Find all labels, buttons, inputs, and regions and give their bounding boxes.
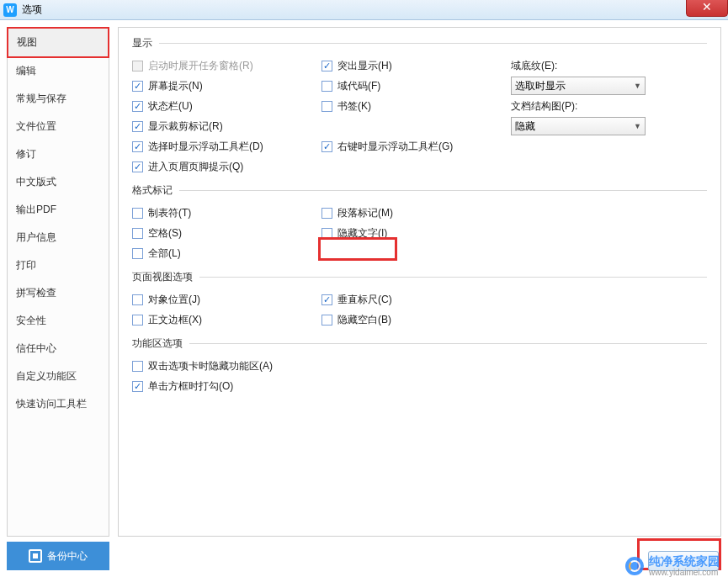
label-all: 全部(L): [148, 246, 181, 261]
section-page-view-legend: 页面视图选项: [132, 270, 199, 284]
watermark-title: 纯净系统家园: [649, 555, 720, 568]
checkbox-object-position[interactable]: [132, 294, 143, 305]
sidebar-item-spellcheck[interactable]: 拼写检查: [8, 279, 109, 307]
checkbox-dblclick-hide-ribbon[interactable]: [132, 361, 143, 372]
label-hide-blank: 隐藏空白(B): [337, 313, 391, 327]
section-page-view: 页面视图选项 对象位置(J) 正文边框(X) 垂直标尺(C) 隐藏空白(B): [132, 270, 707, 330]
label-spaces: 空格(S): [148, 226, 182, 241]
backup-center-button[interactable]: 备份中心: [7, 542, 109, 570]
chevron-down-icon: ▼: [634, 82, 641, 90]
sidebar-item-chinese-layout[interactable]: 中文版式: [8, 168, 109, 196]
combo-doc-map[interactable]: 隐藏▼: [511, 117, 646, 135]
sidebar-item-quick-access[interactable]: 快速访问工具栏: [8, 390, 109, 418]
combo-doc-map-value: 隐藏: [515, 119, 535, 134]
section-display: 显示 启动时展开任务窗格(R) 屏幕提示(N) 状态栏(U) 显示裁剪标记(R)…: [132, 36, 707, 177]
checkbox-paragraph-marks[interactable]: [321, 208, 332, 219]
label-field-shading: 域底纹(E):: [511, 59, 557, 73]
sidebar-item-file-locations[interactable]: 文件位置: [8, 113, 109, 140]
content-panel: 显示 启动时展开任务窗格(R) 屏幕提示(N) 状态栏(U) 显示裁剪标记(R)…: [118, 27, 721, 537]
backup-center-label: 备份中心: [47, 549, 88, 564]
sidebar-item-trust-center[interactable]: 信任中心: [8, 335, 109, 363]
sidebar-item-print[interactable]: 打印: [8, 251, 109, 279]
label-float-toolbar-rc: 右键时显示浮动工具栏(G): [337, 140, 453, 154]
combo-field-shading-value: 选取时显示: [515, 79, 566, 93]
label-text-bounds: 正文边框(X): [148, 313, 202, 327]
label-paragraph-marks: 段落标记(M): [337, 206, 393, 220]
label-crop-marks: 显示裁剪标记(R): [148, 119, 223, 134]
checkbox-screen-tips[interactable]: [132, 81, 143, 92]
checkbox-header-footer-hint[interactable]: [132, 161, 143, 172]
watermark-url: www.yidaimei.com: [649, 568, 720, 577]
checkbox-float-toolbar-sel[interactable]: [132, 141, 143, 152]
sidebar-item-view[interactable]: 视图: [8, 29, 108, 56]
checkbox-text-bounds[interactable]: [132, 315, 143, 326]
window-title: 选项: [22, 3, 42, 17]
watermark: 纯净系统家园 www.yidaimei.com: [625, 555, 720, 577]
sidebar-item-revisions[interactable]: 修订: [8, 140, 109, 168]
label-field-codes: 域代码(F): [337, 79, 380, 93]
checkbox-field-codes[interactable]: [321, 81, 332, 92]
close-button[interactable]: ✕: [686, 0, 728, 17]
label-dblclick-hide-ribbon: 双击选项卡时隐藏功能区(A): [148, 359, 273, 373]
chevron-down-icon: ▼: [634, 122, 641, 130]
checkbox-startup-pane: [132, 61, 143, 71]
label-vertical-ruler: 垂直标尺(C): [337, 293, 392, 307]
checkbox-click-check[interactable]: [132, 381, 143, 392]
combo-field-shading[interactable]: 选取时显示▼: [511, 77, 646, 95]
label-startup-pane: 启动时展开任务窗格(R): [148, 59, 253, 73]
checkbox-hidden-text[interactable]: [321, 228, 332, 239]
label-tabs: 制表符(T): [148, 206, 191, 220]
label-bookmarks: 书签(K): [337, 99, 371, 114]
section-ribbon: 功能区选项 双击选项卡时隐藏功能区(A) 单击方框时打勾(O): [132, 336, 707, 396]
checkbox-tabs[interactable]: [132, 208, 143, 219]
sidebar-item-user-info[interactable]: 用户信息: [8, 224, 109, 251]
sidebar-item-general-save[interactable]: 常规与保存: [8, 85, 109, 113]
label-doc-map: 文档结构图(P):: [511, 99, 577, 114]
sidebar: 视图 编辑 常规与保存 文件位置 修订 中文版式 输出PDF 用户信息 打印 拼…: [7, 27, 109, 537]
label-object-position: 对象位置(J): [148, 293, 200, 307]
checkbox-crop-marks[interactable]: [132, 121, 143, 132]
app-icon: W: [3, 3, 17, 17]
label-status-bar: 状态栏(U): [148, 99, 193, 114]
titlebar: W 选项 ✕: [0, 0, 728, 20]
label-hidden-text: 隐藏文字(I): [337, 226, 387, 241]
checkbox-float-toolbar-rc[interactable]: [321, 141, 332, 152]
sidebar-item-output-pdf[interactable]: 输出PDF: [8, 196, 109, 224]
checkbox-bookmarks[interactable]: [321, 101, 332, 112]
section-format-marks-legend: 格式标记: [132, 183, 179, 198]
watermark-logo-icon: [625, 557, 644, 575]
label-header-footer-hint: 进入页眉页脚提示(Q): [148, 160, 243, 174]
sidebar-item-edit[interactable]: 编辑: [8, 57, 109, 85]
section-format-marks: 格式标记 制表符(T) 空格(S) 全部(L) 段落标记(M) 隐藏文字(I): [132, 183, 707, 263]
section-ribbon-legend: 功能区选项: [132, 336, 189, 351]
checkbox-hide-blank[interactable]: [321, 315, 332, 326]
section-display-legend: 显示: [132, 36, 159, 50]
sidebar-item-custom-ribbon[interactable]: 自定义功能区: [8, 363, 109, 390]
sidebar-item-security[interactable]: 安全性: [8, 307, 109, 335]
label-screen-tips: 屏幕提示(N): [148, 79, 203, 93]
checkbox-highlight[interactable]: [321, 61, 332, 71]
label-click-check: 单击方框时打勾(O): [148, 379, 233, 394]
checkbox-vertical-ruler[interactable]: [321, 294, 332, 305]
label-float-toolbar-sel: 选择时显示浮动工具栏(D): [148, 140, 263, 154]
checkbox-all[interactable]: [132, 248, 143, 259]
label-highlight: 突出显示(H): [337, 59, 392, 73]
checkbox-status-bar[interactable]: [132, 101, 143, 112]
backup-icon: [29, 549, 42, 563]
checkbox-spaces[interactable]: [132, 228, 143, 239]
